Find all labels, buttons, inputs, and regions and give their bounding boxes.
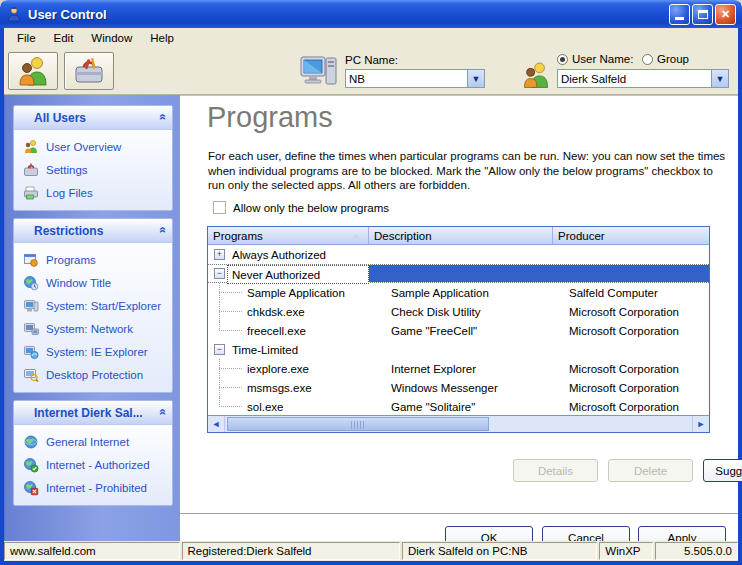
users-toolbar-button[interactable] bbox=[8, 52, 58, 90]
sidebar-item-internet-prohibited[interactable]: Internet - Prohibited bbox=[14, 476, 172, 499]
group-label: Time-Limited bbox=[230, 340, 298, 359]
internet-section-header[interactable]: Internet Dierk Sal... » bbox=[14, 401, 172, 425]
scroll-right-arrow-icon[interactable]: ► bbox=[692, 416, 709, 432]
sidebar-item-window-title[interactable]: Window Title bbox=[14, 271, 172, 294]
producer-cell: Microsoft Corporation bbox=[569, 359, 709, 378]
sidebar-item-general-internet[interactable]: General Internet bbox=[14, 430, 172, 453]
user-dropdown-arrow-icon[interactable]: ▼ bbox=[711, 70, 728, 87]
sort-ascending-icon: ▲ bbox=[352, 231, 360, 240]
collapse-minus-icon[interactable]: − bbox=[214, 268, 225, 279]
sidebar-item-programs[interactable]: Programs bbox=[14, 248, 172, 271]
sidebar-item-label: Window Title bbox=[46, 277, 111, 289]
minimize-button[interactable] bbox=[669, 4, 690, 25]
internet-prohibited-icon bbox=[23, 480, 39, 496]
status-os: WinXP bbox=[599, 542, 653, 560]
suggestions-button[interactable]: Suggestions bbox=[703, 459, 742, 482]
status-website: www.salfeld.com bbox=[4, 542, 180, 560]
sidebar-section-all-users: All Users » User Overview bbox=[13, 105, 173, 211]
menu-file[interactable]: File bbox=[8, 28, 45, 48]
sidebar-item-log-files[interactable]: Log Files bbox=[14, 181, 172, 204]
sidebar-item-internet-authorized[interactable]: Internet - Authorized bbox=[14, 453, 172, 476]
column-header-programs[interactable]: Programs ▲ bbox=[208, 227, 369, 245]
description-cell: Game "FreeCell" bbox=[391, 321, 551, 340]
users-icon bbox=[15, 55, 51, 87]
collapse-minus-icon[interactable]: − bbox=[214, 344, 225, 355]
all-users-section-header[interactable]: All Users » bbox=[14, 106, 172, 130]
table-header: Programs ▲ Description Producer bbox=[208, 227, 709, 245]
desktop-protection-icon bbox=[23, 367, 39, 383]
minimize-icon bbox=[675, 17, 684, 20]
delete-button[interactable]: Delete bbox=[608, 459, 693, 482]
user-name-radio[interactable]: User Name: bbox=[557, 53, 633, 65]
pc-name-select[interactable]: NB ▼ bbox=[345, 69, 485, 88]
status-user-pc: Dierk Salfeld on PC:NB bbox=[402, 542, 597, 560]
program-cell: chkdsk.exe bbox=[247, 302, 305, 321]
menu-bar: File Edit Window Help bbox=[4, 28, 738, 48]
sidebar-item-user-overview[interactable]: User Overview bbox=[14, 135, 172, 158]
program-cell: msmsgs.exe bbox=[247, 378, 312, 397]
window-border-bottom bbox=[0, 561, 742, 565]
sidebar-item-desktop-protection[interactable]: Desktop Protection bbox=[14, 363, 172, 386]
column-label: Programs bbox=[213, 230, 263, 242]
collapse-chevron-icon[interactable]: » bbox=[156, 116, 170, 121]
horizontal-scrollbar[interactable]: ◄ ► bbox=[208, 415, 709, 432]
internet-authorized-icon bbox=[23, 457, 39, 473]
user-name-select[interactable]: Dierk Salfeld ▼ bbox=[557, 69, 729, 88]
maximize-button[interactable] bbox=[692, 4, 713, 25]
page-description: For each user, define the times when par… bbox=[208, 149, 728, 193]
menu-window[interactable]: Window bbox=[82, 28, 141, 48]
computer-icon bbox=[300, 54, 338, 90]
pc-dropdown-arrow-icon[interactable]: ▼ bbox=[467, 70, 484, 87]
row-group-always-authorized[interactable]: + Always Authorized bbox=[208, 245, 709, 264]
row-freecell[interactable]: freecell.exe Game "FreeCell" Microsoft C… bbox=[208, 321, 709, 340]
group-radio-circle bbox=[642, 54, 653, 65]
menu-help[interactable]: Help bbox=[141, 28, 183, 48]
close-button[interactable]: ✕ bbox=[715, 4, 736, 25]
scrollbar-thumb[interactable] bbox=[227, 417, 489, 431]
expand-plus-icon[interactable]: + bbox=[214, 249, 225, 260]
sidebar-item-system-network[interactable]: System: Network bbox=[14, 317, 172, 340]
sidebar-item-label: Programs bbox=[46, 254, 96, 266]
restrictions-section-header[interactable]: Restrictions » bbox=[14, 219, 172, 243]
window-title-globe-icon bbox=[23, 275, 39, 291]
title-bar[interactable]: User Control ✕ bbox=[0, 0, 742, 28]
scroll-left-arrow-icon[interactable]: ◄ bbox=[208, 416, 225, 432]
producer-cell: Microsoft Corporation bbox=[569, 378, 709, 397]
producer-cell: Microsoft Corporation bbox=[569, 397, 709, 416]
toolbar: PC Name: NB ▼ User Name: Group Dierk Sal… bbox=[4, 48, 738, 95]
sidebar-item-system-ie-explorer[interactable]: System: IE Explorer bbox=[14, 340, 172, 363]
collapse-chevron-icon[interactable]: » bbox=[156, 411, 170, 416]
producer-cell: Salfeld Computer bbox=[569, 283, 709, 302]
pc-name-value: NB bbox=[346, 73, 467, 85]
footer-divider bbox=[180, 513, 738, 514]
allow-only-checkbox[interactable]: Allow only the below programs bbox=[213, 201, 389, 214]
row-sol[interactable]: sol.exe Game "Solitaire" Microsoft Corpo… bbox=[208, 397, 709, 416]
sidebar-item-system-start-explorer[interactable]: System: Start/Explorer bbox=[14, 294, 172, 317]
toolbox-icon bbox=[71, 55, 107, 87]
menu-edit[interactable]: Edit bbox=[45, 28, 83, 48]
details-button[interactable]: Details bbox=[513, 459, 598, 482]
sidebar-section-restrictions: Restrictions » Programs bbox=[13, 218, 173, 393]
user-name-radio-label: User Name: bbox=[572, 53, 633, 65]
settings-toolbar-button[interactable] bbox=[64, 52, 114, 90]
column-header-description[interactable]: Description bbox=[369, 227, 553, 245]
program-cell: freecell.exe bbox=[247, 321, 306, 340]
column-header-producer[interactable]: Producer bbox=[553, 227, 709, 245]
sidebar-item-settings[interactable]: Settings bbox=[14, 158, 172, 181]
column-label: Description bbox=[374, 230, 432, 242]
row-chkdsk[interactable]: chkdsk.exe Check Disk Utility Microsoft … bbox=[208, 302, 709, 321]
log-files-icon bbox=[23, 185, 39, 201]
collapse-chevron-icon[interactable]: » bbox=[156, 229, 170, 234]
row-msmsgs[interactable]: msmsgs.exe Windows Messenger Microsoft C… bbox=[208, 378, 709, 397]
row-group-time-limited[interactable]: − Time-Limited bbox=[208, 340, 709, 359]
row-iexplore[interactable]: iexplore.exe Internet Explorer Microsoft… bbox=[208, 359, 709, 378]
row-sample-application[interactable]: Sample Application Sample Application Sa… bbox=[208, 283, 709, 302]
row-group-never-authorized[interactable]: − Never Authorized bbox=[208, 264, 709, 283]
status-version: 5.505.0.0 bbox=[655, 542, 738, 560]
sidebar-item-label: Internet - Prohibited bbox=[46, 482, 147, 494]
group-radio[interactable]: Group bbox=[642, 53, 689, 65]
checkbox-box[interactable] bbox=[213, 201, 226, 214]
programs-icon bbox=[23, 252, 39, 268]
page-title: Programs bbox=[207, 101, 333, 134]
group-label: Never Authorized bbox=[227, 265, 369, 284]
